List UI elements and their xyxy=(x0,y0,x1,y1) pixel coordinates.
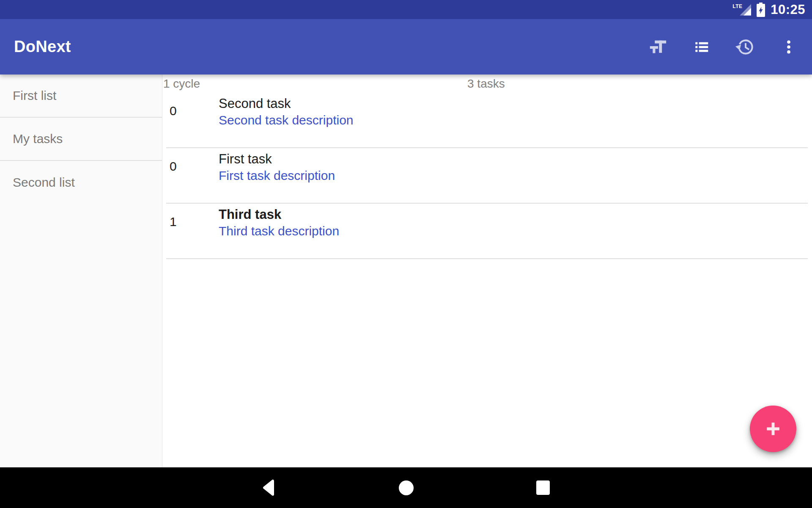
format-size-icon xyxy=(648,37,668,57)
task-count-label: 3 tasks xyxy=(467,77,505,91)
overflow-menu-button[interactable] xyxy=(778,36,799,58)
recents-icon xyxy=(536,480,550,495)
add-task-fab[interactable] xyxy=(750,406,796,452)
back-button[interactable] xyxy=(259,478,279,498)
main-area: First list My tasks Second list 1 cycle … xyxy=(0,75,812,467)
history-button[interactable] xyxy=(735,36,756,58)
plus-icon xyxy=(765,421,781,436)
list-view-icon xyxy=(693,39,710,55)
app-title: DoNext xyxy=(14,38,71,56)
task-description-link[interactable]: First task description xyxy=(219,167,335,184)
format-size-button[interactable] xyxy=(647,36,669,58)
list-sidebar: First list My tasks Second list xyxy=(0,75,162,467)
recents-button[interactable] xyxy=(533,478,553,498)
overflow-menu-icon xyxy=(780,39,797,55)
list-view-button[interactable] xyxy=(691,36,712,58)
sidebar-list-item[interactable]: My tasks xyxy=(0,118,162,161)
task-title: Third task xyxy=(219,207,339,222)
task-description-link[interactable]: Third task description xyxy=(219,222,339,240)
status-cluster: LTE 10:25 xyxy=(732,2,805,17)
app-bar-actions xyxy=(647,36,812,58)
task-description-link[interactable]: Second task description xyxy=(219,111,354,129)
battery-charging-icon xyxy=(757,3,765,17)
home-icon xyxy=(399,480,414,495)
home-button[interactable] xyxy=(396,478,416,498)
task-list-header: 1 cycle 3 tasks xyxy=(162,75,812,93)
back-icon xyxy=(262,479,276,497)
task-count-number: 1 xyxy=(162,204,219,240)
donext-app-screen: LTE 10:25 DoNext xyxy=(0,0,812,508)
status-bar: LTE 10:25 xyxy=(0,0,812,19)
task-count-number: 0 xyxy=(162,93,219,129)
task-title: First task xyxy=(219,151,335,167)
task-count-number: 0 xyxy=(162,148,219,185)
cell-signal-icon: LTE xyxy=(732,3,751,17)
sidebar-list-item[interactable]: Second list xyxy=(0,161,162,204)
task-rows: 0 Second task Second task description 0 … xyxy=(162,93,812,259)
task-row[interactable]: 1 Third task Third task description xyxy=(162,204,812,259)
clock-time: 10:25 xyxy=(771,2,805,17)
sidebar-list-item[interactable]: First list xyxy=(0,75,162,118)
app-bar: DoNext xyxy=(0,19,812,75)
history-icon xyxy=(735,36,756,58)
sidebar-list-label: My tasks xyxy=(13,132,63,146)
task-title: Second task xyxy=(219,96,354,111)
sidebar-list-label: First list xyxy=(13,88,56,103)
task-list-panel: 1 cycle 3 tasks 0 Second task Second tas… xyxy=(162,75,812,467)
task-row[interactable]: 0 Second task Second task description xyxy=(162,93,812,148)
android-nav-bar xyxy=(0,467,812,508)
sidebar-list-label: Second list xyxy=(13,175,75,190)
task-row[interactable]: 0 First task First task description xyxy=(162,148,812,204)
cycle-count-label: 1 cycle xyxy=(163,77,200,91)
network-type-label: LTE xyxy=(732,3,742,9)
